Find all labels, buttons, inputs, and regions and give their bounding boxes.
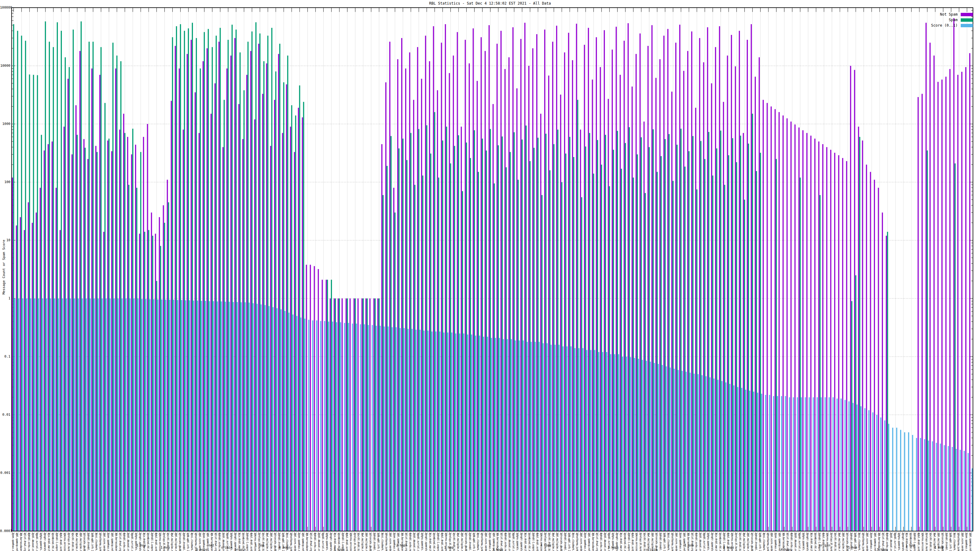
bar-score xyxy=(686,372,687,531)
bar-spam xyxy=(649,147,650,531)
bar-spam xyxy=(204,32,205,531)
bar-spam xyxy=(240,52,241,531)
bar-notspam xyxy=(496,44,498,531)
bar-score xyxy=(217,302,218,531)
bar-notspam xyxy=(413,100,414,531)
bar-score xyxy=(813,397,814,531)
bar-notspam xyxy=(393,187,395,531)
bar-notspam xyxy=(28,202,29,531)
bar-notspam xyxy=(266,64,267,531)
bar-spam xyxy=(625,143,626,531)
bar-spam xyxy=(57,22,58,531)
bar-score xyxy=(431,332,433,531)
bar-notspam xyxy=(739,31,740,531)
bar-notspam xyxy=(155,233,156,531)
bar-score xyxy=(324,321,325,531)
bar-spam xyxy=(347,299,348,531)
bar-spam xyxy=(128,185,130,531)
bar-notspam xyxy=(862,140,863,531)
bar-score xyxy=(122,299,123,531)
bar-notspam xyxy=(274,100,275,531)
bar-score xyxy=(134,299,135,531)
bar-notspam xyxy=(699,38,700,531)
legend-label-notspam: Not Spam xyxy=(940,12,958,16)
bar-score xyxy=(733,385,734,531)
bar-notspam xyxy=(445,24,446,531)
bar-score xyxy=(137,299,139,531)
bar-spam xyxy=(450,164,452,531)
bar-notspam xyxy=(627,23,629,531)
bar-spam xyxy=(462,191,463,531)
bar-notspam xyxy=(417,47,418,531)
bar-score xyxy=(531,342,532,531)
bar-score xyxy=(376,326,377,531)
bar-spam xyxy=(184,31,185,531)
bar-score xyxy=(857,405,858,531)
bar-spam xyxy=(502,137,503,531)
bar-score xyxy=(293,314,294,531)
bar-score xyxy=(173,300,174,531)
bar-notspam xyxy=(337,299,339,531)
bar-score xyxy=(285,311,286,531)
bar-score xyxy=(98,299,99,531)
bar-notspam xyxy=(72,154,73,531)
bar-score xyxy=(265,305,266,531)
bar-score xyxy=(650,362,651,531)
bar-notspam xyxy=(87,159,89,531)
bar-spam xyxy=(120,61,122,531)
bar-score xyxy=(392,327,393,531)
bar-notspam xyxy=(222,147,224,531)
bar-spam xyxy=(160,246,161,531)
bar-score xyxy=(674,368,675,531)
bar-spam xyxy=(235,30,237,531)
bar-spam xyxy=(426,125,428,531)
bar-spam xyxy=(498,145,499,531)
bar-score xyxy=(296,316,298,531)
bar-notspam xyxy=(226,68,228,531)
bar-spam xyxy=(740,136,741,531)
y-tick-label: 100 xyxy=(0,180,10,184)
bar-score xyxy=(388,327,389,531)
bar-notspam xyxy=(786,119,788,531)
bar-score xyxy=(602,352,603,531)
bar-notspam xyxy=(504,69,506,531)
bar-notspam xyxy=(866,165,867,531)
bar-notspam xyxy=(342,299,343,531)
bar-score xyxy=(527,342,528,531)
bar-spam xyxy=(546,134,547,531)
bar-notspam xyxy=(282,133,283,531)
bar-notspam xyxy=(747,40,748,531)
bar-score xyxy=(316,321,317,531)
bar-score xyxy=(106,299,107,531)
bar-notspam xyxy=(564,52,565,531)
bar-spam xyxy=(92,41,94,531)
bar-score xyxy=(368,325,369,531)
bar-notspam xyxy=(584,45,585,531)
bar-spam xyxy=(736,162,737,531)
bar-score xyxy=(213,301,214,531)
bar-spam xyxy=(577,100,579,531)
bar-score xyxy=(161,299,162,531)
bar-score xyxy=(849,401,850,531)
bar-spam xyxy=(569,137,571,531)
bar-score xyxy=(519,340,520,531)
bar-score xyxy=(42,299,43,531)
bar-score xyxy=(415,330,417,531)
bar-score xyxy=(773,396,774,531)
bar-spam xyxy=(196,38,197,531)
bar-spam xyxy=(220,28,221,531)
bar-notspam xyxy=(294,152,295,531)
bar-notspam xyxy=(425,36,426,531)
bar-spam xyxy=(681,129,682,531)
bar-score xyxy=(229,302,230,531)
bar-spam xyxy=(652,129,654,531)
legend-row: Spam xyxy=(931,17,973,23)
bar-score xyxy=(54,299,55,531)
bar-spam xyxy=(52,47,54,531)
bar-score xyxy=(928,440,929,531)
legend-swatch-score xyxy=(961,24,973,27)
bar-notspam xyxy=(810,136,811,531)
bar-score xyxy=(221,302,222,531)
bar-spam xyxy=(367,299,368,531)
bar-score xyxy=(158,299,159,531)
